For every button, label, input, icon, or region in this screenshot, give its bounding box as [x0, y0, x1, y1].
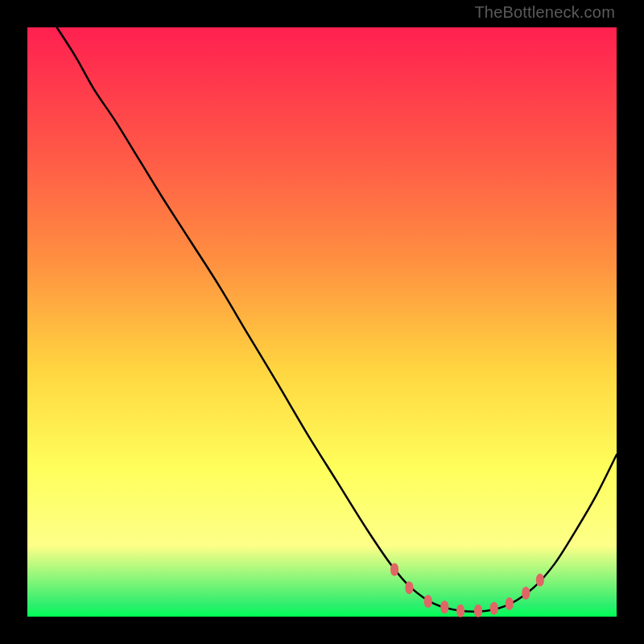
chart-container: TheBottleneck.com: [0, 0, 644, 644]
watermark-label: TheBottleneck.com: [474, 3, 615, 22]
plot-area: [27, 27, 617, 617]
